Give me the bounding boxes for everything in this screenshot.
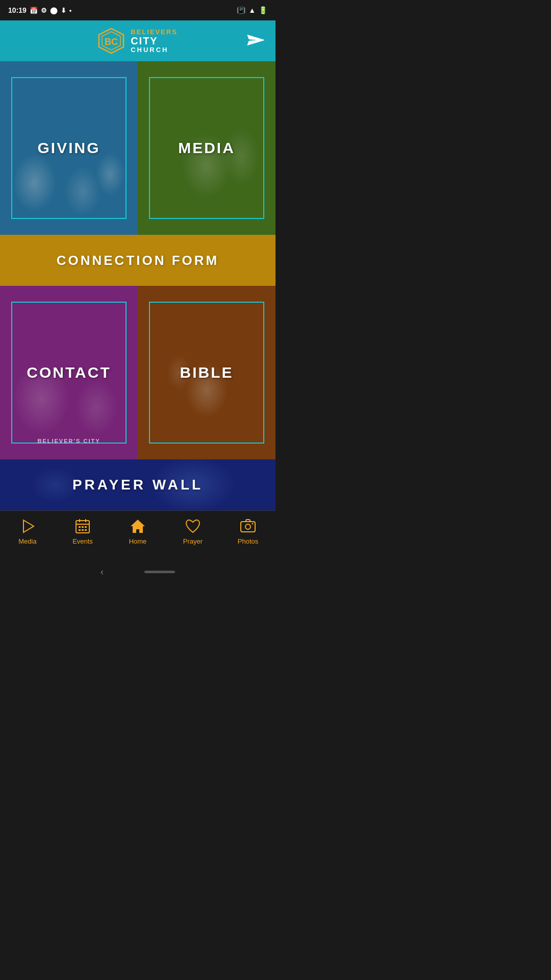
nav-item-photos[interactable]: Photos — [228, 517, 268, 545]
calendar-status-icon: 📅 — [30, 7, 38, 14]
nav-item-events[interactable]: Events — [62, 517, 103, 545]
settings-status-icon: ⚙ — [41, 7, 47, 14]
connection-form-tile[interactable]: CONNECTION FORM — [0, 235, 276, 286]
download-status-icon: ⬇ — [61, 7, 66, 14]
nav-home-icon — [129, 517, 147, 535]
svg-rect-11 — [85, 526, 87, 528]
send-icon — [245, 30, 265, 51]
bottom-row: CONTACT BELIEVER'S CITY BIBLE — [0, 286, 276, 459]
logo-city: CITY — [131, 36, 178, 46]
giving-tile[interactable]: GIVING — [0, 61, 138, 235]
nav-item-prayer[interactable]: Prayer — [172, 517, 213, 545]
contact-inner-box: CONTACT — [11, 302, 127, 444]
nav-media-label: Media — [18, 537, 36, 545]
prayer-wall-tile[interactable]: PRAYER WALL — [0, 459, 276, 510]
svg-point-17 — [245, 524, 251, 529]
svg-rect-14 — [85, 529, 87, 531]
svg-rect-13 — [82, 529, 84, 531]
media-inner-box: MEDIA — [149, 77, 265, 219]
logo-church: CHURCH — [131, 46, 178, 54]
svg-marker-3 — [247, 35, 264, 45]
logo-text: BELIEVERS CITY CHURCH — [131, 28, 178, 54]
vibrate-icon: 📳 — [237, 6, 245, 14]
nav-photos-icon — [239, 517, 257, 535]
nav-events-icon — [73, 517, 92, 535]
status-bar: 10:19 📅 ⚙ ⬤ ⬇ • 📳 ▲ 🔋 — [0, 0, 276, 20]
main-grid: GIVING MEDIA CONNECTION FORM CONTACT BEL… — [0, 61, 276, 510]
bottom-navigation: Media Events Home — [0, 510, 276, 561]
nav-events-label: Events — [72, 537, 93, 545]
circle-status-icon: ⬤ — [50, 7, 58, 14]
dot-status-icon: • — [69, 7, 72, 14]
header-logo: BC BELIEVERS CITY CHURCH — [98, 28, 178, 54]
nav-media-icon — [18, 517, 37, 535]
svg-marker-15 — [131, 520, 145, 533]
giving-inner-box: GIVING — [11, 77, 127, 219]
svg-rect-9 — [79, 526, 81, 528]
battery-icon: 🔋 — [259, 6, 267, 14]
believers-tag: BELIEVER'S CITY — [0, 438, 138, 444]
svg-rect-10 — [82, 526, 84, 528]
nav-item-media[interactable]: Media — [7, 517, 48, 545]
bible-tile[interactable]: BIBLE — [138, 286, 276, 459]
giving-label: GIVING — [37, 139, 100, 157]
gesture-bar: ‹ — [0, 561, 276, 582]
nav-prayer-label: Prayer — [183, 537, 203, 545]
nav-home-label: Home — [129, 537, 147, 545]
wifi-icon: ▲ — [248, 6, 256, 14]
svg-point-18 — [252, 523, 254, 525]
top-row: GIVING MEDIA — [0, 61, 276, 235]
svg-text:BC: BC — [105, 37, 118, 47]
back-button[interactable]: ‹ — [101, 567, 104, 577]
bible-label: BIBLE — [180, 364, 233, 381]
contact-tile[interactable]: CONTACT BELIEVER'S CITY — [0, 286, 138, 459]
logo-believers: BELIEVERS — [131, 28, 178, 36]
app-header: BC BELIEVERS CITY CHURCH — [0, 20, 276, 61]
bible-inner-box: BIBLE — [149, 302, 265, 444]
bc-logo-icon: BC — [98, 28, 124, 54]
nav-photos-label: Photos — [238, 537, 258, 545]
nav-item-home[interactable]: Home — [117, 517, 158, 545]
send-button[interactable] — [245, 30, 265, 52]
connection-form-label: CONNECTION FORM — [57, 253, 219, 268]
home-pill[interactable] — [144, 571, 175, 573]
svg-marker-4 — [23, 520, 34, 532]
svg-rect-12 — [79, 529, 81, 531]
contact-label: CONTACT — [27, 364, 111, 381]
media-label: MEDIA — [178, 139, 235, 157]
media-tile[interactable]: MEDIA — [138, 61, 276, 235]
nav-prayer-icon — [184, 517, 202, 535]
status-right-icons: 📳 ▲ 🔋 — [237, 6, 267, 14]
time-display: 10:19 — [8, 6, 27, 14]
prayer-wall-label: PRAYER WALL — [72, 477, 203, 493]
